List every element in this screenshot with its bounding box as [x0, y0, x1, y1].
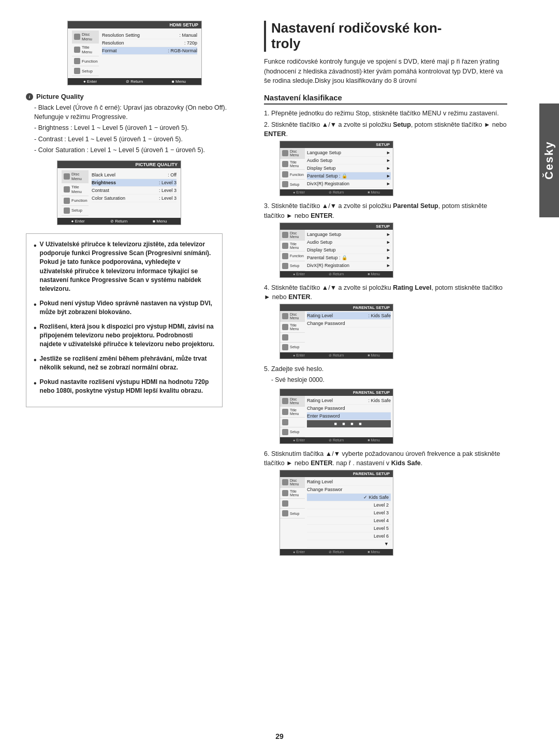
setup-body-1: Disc Menu Title Menu Function Setup: [280, 148, 393, 189]
ps1-func: [280, 333, 305, 343]
page-container: Česky HDMI SETUP Disc Menu Title Menu: [0, 0, 559, 756]
sidebar-language-label: Česky: [539, 103, 559, 217]
ps1-func-icon: [282, 334, 288, 340]
info-bullet-5: • Pokud nastavíte rozlišení výstupu HDMI…: [34, 378, 215, 396]
ps3-kids-safe: ✓ Kids Safe: [307, 494, 391, 501]
sm1-display: Display Setup►: [307, 165, 391, 172]
contrast-text: - Contrast : Level 1 ~ Level 5 (úroveň 1…: [34, 135, 248, 144]
sm2-func: Function: [280, 251, 305, 261]
sm1-disc-icon: [282, 150, 288, 156]
setup-icon: [74, 68, 80, 74]
pq-disc-menu: Disc Menu: [62, 170, 89, 183]
ps2-func-icon: [282, 419, 288, 425]
hdmi-sidebar: Disc Menu Title Menu Function Setup: [72, 31, 99, 76]
contrast-row: Contrast : Level 3: [92, 187, 176, 195]
sm2-setup-icon: [282, 263, 288, 269]
pq-function-icon: [64, 198, 70, 204]
picture-quality-screenshot: PICTURE QUALITY Disc Menu Title Menu: [57, 160, 181, 225]
setup-content-2: Language Setup► Audio Setup► Display Set…: [305, 230, 393, 271]
hdmi-footer: ● Enter ⊘ Return ■ Menu: [68, 78, 201, 85]
sm1-lang: Language Setup►: [307, 149, 391, 157]
ps3-rating: Rating Level: [307, 478, 391, 486]
ps3-level6: Level 6: [307, 532, 391, 540]
step-6: 6. Stisknutím tlačítka ▲/▼ vyberte požad…: [264, 449, 507, 468]
bullet-dot-5: •: [34, 379, 37, 388]
setup-title-2: SETUP: [280, 223, 393, 230]
sm1-audio: Audio Setup►: [307, 157, 391, 165]
page-number: 29: [275, 732, 284, 740]
hdmi-setup-screenshot: HDMI SETUP Disc Menu Title Menu: [67, 21, 202, 85]
ps3-change-pw: Change Passwor: [307, 486, 391, 494]
hdmi-setup-body: Disc Menu Title Menu Function Setup: [68, 28, 201, 78]
main-content: HDMI SETUP Disc Menu Title Menu: [26, 21, 533, 561]
ps3-func: [280, 499, 305, 509]
parental-sidebar-3: Disc Menu Title Menu Setup: [280, 477, 305, 549]
ps3-disc-icon: [282, 479, 288, 485]
black-level-text: - Black Level (Úrove ň č erné): Upraví j…: [34, 103, 248, 122]
resolution-setting-row: Resolution Setting : Manual: [102, 32, 197, 39]
sm2-audio: Audio Setup►: [307, 239, 391, 246]
title-menu-icon: [74, 47, 80, 53]
ps2-title-icon: [282, 409, 288, 415]
setup-menu-screenshot-2: SETUP Disc Menu Title Menu F: [280, 223, 393, 278]
sm2-divx: DivX(R) Registration►: [307, 262, 391, 270]
ps3-title-icon: [282, 490, 288, 496]
pq-disc-icon: [64, 173, 70, 180]
ps2-rating: Rating Level: Kids Safe: [307, 397, 391, 405]
black-level-row: Black Level : Off: [92, 171, 176, 179]
parental-sidebar-1: Disc Menu Title Menu Setup: [280, 311, 305, 352]
format-row: Format : RGB-Normal: [102, 47, 197, 55]
ps1-title-icon: [282, 324, 288, 330]
sm1-title-icon: [282, 161, 288, 167]
sm2-display: Display Setup►: [307, 246, 391, 254]
resolution-row: Resolution : 720p: [102, 39, 197, 47]
pq-title: PICTURE QUALITY: [57, 161, 181, 168]
ps1-setup: Setup: [280, 343, 305, 352]
pq-title-menu: Title Menu: [62, 183, 89, 196]
sm2-disc-icon: [282, 232, 288, 238]
sm2-parental: Parental Setup : 🔒►: [307, 254, 391, 262]
setup-title-1: SETUP: [280, 141, 393, 148]
step-4: 4. Stiskněte tlačítko ▲/▼ a zvolte si po…: [264, 283, 507, 302]
ps3-level2: Level 2: [307, 501, 391, 509]
parental-footer-1: ● Enter ⊘ Return ■ Menu: [280, 352, 393, 359]
sm2-title-icon: [282, 243, 288, 249]
ps3-setup: Setup: [280, 509, 305, 518]
brightness-text: - Brightness : Level 1 ~ Level 5 (úroveň…: [34, 124, 248, 133]
step-5: 5. Zadejte své heslo.: [264, 364, 507, 374]
sm2-disc: Disc Menu: [280, 230, 305, 241]
parental-setup-screenshot-3: PARENTAL SETUP Disc Menu Title Menu: [280, 470, 393, 556]
ss-menu-title: Title Menu: [72, 43, 99, 56]
ps2-enter-pw: Enter Password: [307, 412, 391, 420]
info-bullet-4: • Jestliže se rozlišení změní během přeh…: [34, 354, 215, 373]
color-sat-row: Color Saturation : Level 3: [92, 195, 176, 202]
picture-quality-heading: i Picture Quality: [26, 93, 248, 100]
parental-title-2: PARENTAL SETUP: [280, 389, 393, 396]
parental-body-2: Disc Menu Title Menu Setup: [280, 396, 393, 437]
ps3-level5: Level 5: [307, 525, 391, 532]
sm1-parental: Parental Setup : 🔒►: [307, 172, 391, 180]
pq-function: Function: [62, 196, 89, 206]
step-5-note: - Své hesloje 0000.: [271, 376, 507, 384]
pq-sidebar: Disc Menu Title Menu Function Setup: [62, 170, 89, 216]
ps3-disc: Disc Menu: [280, 477, 305, 488]
sm1-setup: Setup: [280, 180, 305, 189]
setup-sidebar-1: Disc Menu Title Menu Function Setup: [280, 148, 305, 189]
sm2-lang: Language Setup►: [307, 231, 391, 239]
right-column: Nastavení rodičovské kon- troly Funkce r…: [264, 21, 533, 561]
parental-content-1: Rating Level: Kids Safe Change Password: [305, 311, 393, 352]
parental-body-3: Disc Menu Title Menu Setup: [280, 477, 393, 549]
brightness-row: Brightness : Level 3: [92, 179, 176, 187]
ps3-title: Title Menu: [280, 488, 305, 499]
ps2-setup-icon: [282, 429, 288, 435]
pq-setup: Setup: [62, 206, 89, 216]
bullet-dot-4: •: [34, 356, 37, 364]
ps1-rating: Rating Level: Kids Safe: [307, 312, 391, 320]
ss-menu-setup: Setup: [72, 66, 99, 76]
ps2-change-pw: Change Password: [307, 405, 391, 412]
function-icon: [74, 58, 80, 64]
sm1-func-icon: [282, 171, 288, 177]
sm1-setup-icon: [282, 181, 288, 187]
bullet-dot-1: •: [34, 242, 37, 250]
ss-menu-disc: Disc Menu: [72, 31, 99, 43]
